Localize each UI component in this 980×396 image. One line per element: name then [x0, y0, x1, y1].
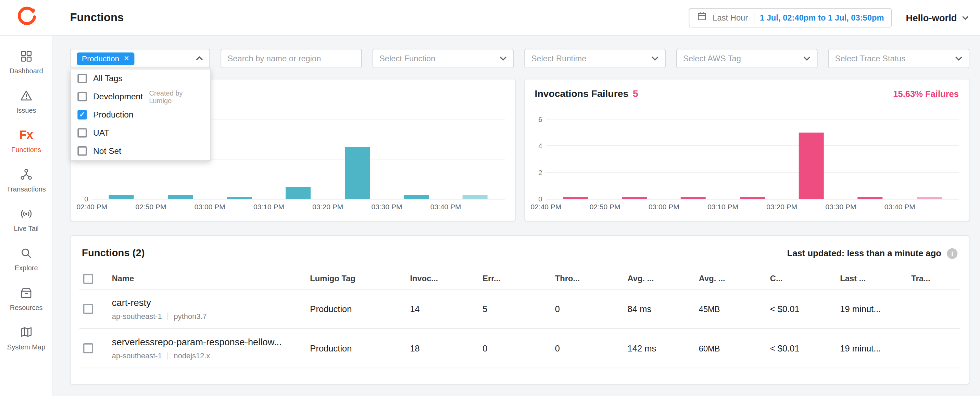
checkbox-unchecked[interactable] — [77, 92, 87, 101]
tag-filter-select[interactable]: Production ✕ All Tags Development Crea — [70, 49, 210, 68]
chart-bar — [916, 197, 942, 199]
tag-option-all-tags[interactable]: All Tags — [71, 70, 210, 88]
tag-option-note: Created by Lumigo — [149, 89, 204, 104]
chart-title: Invocations Failures — [535, 88, 629, 99]
sidebar-item-system-map[interactable]: System Map — [0, 318, 52, 357]
tag-option-development[interactable]: Development Created by Lumigo — [71, 88, 210, 106]
column-header-lumigo-tag[interactable]: Lumigo Tag — [305, 274, 405, 283]
chart-bar — [740, 197, 765, 199]
functions-table-card: Functions (2) Last updated: less than a … — [70, 235, 969, 384]
tag-option-production[interactable]: ✓ Production — [71, 105, 210, 124]
sidebar-item-issues[interactable]: Issues — [0, 81, 52, 121]
table-header-row: Name Lumigo Tag Invoc... Err... Thro... … — [80, 268, 960, 289]
gridline — [546, 172, 959, 172]
lumigo-app: Functions Last Hour 1 Jul, 02:40pm to 1 … — [0, 0, 980, 396]
x-axis-tick-label: 02:40 PM — [530, 203, 561, 211]
x-axis-tick-label: 03:10 PM — [708, 203, 738, 211]
function-name-link[interactable]: cart-resty — [112, 297, 305, 308]
y-axis-tick-label: 0 — [74, 195, 88, 203]
function-runtime: python3.7 — [174, 312, 207, 321]
tag-dropdown-panel: All Tags Development Created by Lumigo ✓… — [70, 69, 211, 161]
sidebar-item-label: Resources — [10, 303, 43, 311]
chart-bar — [858, 197, 883, 199]
sidebar-item-explore[interactable]: Explore — [0, 239, 52, 278]
select-function-dropdown[interactable]: Select Function — [372, 49, 514, 68]
account-menu[interactable]: Hello-world — [906, 12, 969, 23]
system-map-icon — [19, 325, 33, 340]
select-aws-tag-dropdown[interactable]: Select AWS Tag — [676, 49, 818, 68]
cell-avg-memory: 45MB — [694, 304, 765, 313]
chevron-down-icon — [499, 56, 507, 61]
chart-bar — [404, 195, 429, 199]
sidebar-item-functions[interactable]: Fx Functions — [0, 121, 52, 160]
function-region: ap-southeast-1 — [112, 351, 162, 360]
invocation-failures-chart-card: Invocations Failures 5 15.63% Failures 0… — [524, 79, 970, 221]
select-all-checkbox[interactable] — [83, 274, 93, 284]
row-checkbox[interactable] — [83, 304, 93, 314]
x-axis-tick-label: 03:30 PM — [826, 203, 856, 211]
chart-bar — [463, 195, 488, 199]
chevron-down-icon — [955, 56, 963, 61]
chart-bar — [681, 197, 706, 199]
sidebar-item-transactions[interactable]: Transactions — [0, 160, 52, 200]
function-runtime: nodejs12.x — [174, 351, 210, 360]
failures-count: 5 — [633, 88, 638, 99]
table-row[interactable]: serverlessrepo-param-response-hellow... … — [80, 329, 960, 368]
column-header-last-invoked[interactable]: Last ... — [835, 274, 906, 283]
search-magnifier-icon — [19, 246, 33, 260]
column-header-name[interactable]: Name — [107, 274, 305, 283]
column-header-errors[interactable]: Err... — [478, 274, 550, 283]
column-header-throttles[interactable]: Thro... — [550, 274, 622, 283]
cell-lumigo-tag: Production — [305, 343, 405, 353]
page-title: Functions — [70, 11, 124, 24]
cell-avg-duration: 84 ms — [622, 304, 694, 314]
lumigo-logo-icon — [16, 5, 37, 29]
y-axis-tick-label: 2 — [528, 169, 542, 176]
sidebar-item-label: Transactions — [7, 185, 46, 193]
transactions-graph-icon — [19, 167, 33, 182]
sidebar-item-live-tail[interactable]: Live Tail — [0, 200, 52, 239]
sidebar-item-resources[interactable]: Resources — [0, 278, 52, 318]
column-header-avg-memory[interactable]: Avg. ... — [694, 274, 765, 283]
x-axis-tick-label: 03:00 PM — [649, 203, 679, 211]
tag-option-uat[interactable]: UAT — [71, 124, 210, 142]
x-axis-tick-label: 03:10 PM — [253, 203, 284, 211]
chart-bar — [109, 195, 134, 199]
function-name-link[interactable]: serverlessrepo-param-response-hellow... — [112, 336, 305, 347]
column-header-avg-duration[interactable]: Avg. ... — [622, 274, 694, 283]
tag-chip-production[interactable]: Production ✕ — [77, 52, 135, 65]
remove-tag-icon[interactable]: ✕ — [124, 54, 129, 63]
checkbox-unchecked[interactable] — [77, 128, 87, 137]
sidebar-item-dashboard[interactable]: Dashboard — [0, 42, 52, 81]
logo-link[interactable] — [0, 5, 53, 29]
chart-header: Invocations Failures 5 15.63% Failures — [535, 88, 959, 102]
search-input[interactable] — [221, 49, 362, 68]
resources-box-icon — [19, 285, 33, 300]
cell-avg-memory: 60MB — [694, 343, 765, 353]
column-header-invocations[interactable]: Invoc... — [405, 274, 478, 283]
x-axis-tick-label: 03:00 PM — [194, 203, 225, 211]
select-runtime-dropdown[interactable]: Select Runtime — [524, 49, 666, 68]
checkbox-checked[interactable]: ✓ — [77, 110, 87, 119]
column-header-cost[interactable]: C... — [765, 274, 835, 283]
time-range-control[interactable]: Last Hour 1 Jul, 02:40pm to 1 Jul, 03:50… — [689, 8, 892, 27]
divider — [754, 12, 754, 23]
account-name: Hello-world — [906, 12, 957, 23]
info-icon[interactable]: i — [947, 248, 958, 259]
cell-last-invoked: 19 minut... — [835, 304, 906, 314]
sidebar: Dashboard Issues Fx Functions Transactio… — [0, 36, 53, 396]
checkbox-unchecked[interactable] — [77, 146, 87, 155]
row-checkbox[interactable] — [83, 343, 93, 353]
cell-cost: < $0.01 — [765, 343, 835, 353]
last-updated-text: Last updated: less than a minute ago — [787, 248, 941, 258]
select-trace-status-dropdown[interactable]: Select Trace Status — [828, 49, 970, 68]
cell-throttles: 0 — [550, 343, 622, 353]
column-header-traced[interactable]: Tra... — [906, 274, 960, 283]
chart-bar — [286, 187, 311, 199]
table-row[interactable]: cart-resty ap-southeast-1 python3.7 Prod… — [80, 289, 960, 329]
sidebar-item-label: Issues — [16, 106, 36, 114]
cell-avg-duration: 142 ms — [622, 343, 694, 353]
tag-option-not-set[interactable]: Not Set — [71, 142, 210, 160]
checkbox-unchecked[interactable] — [77, 73, 87, 83]
sidebar-item-label: Live Tail — [14, 225, 39, 232]
